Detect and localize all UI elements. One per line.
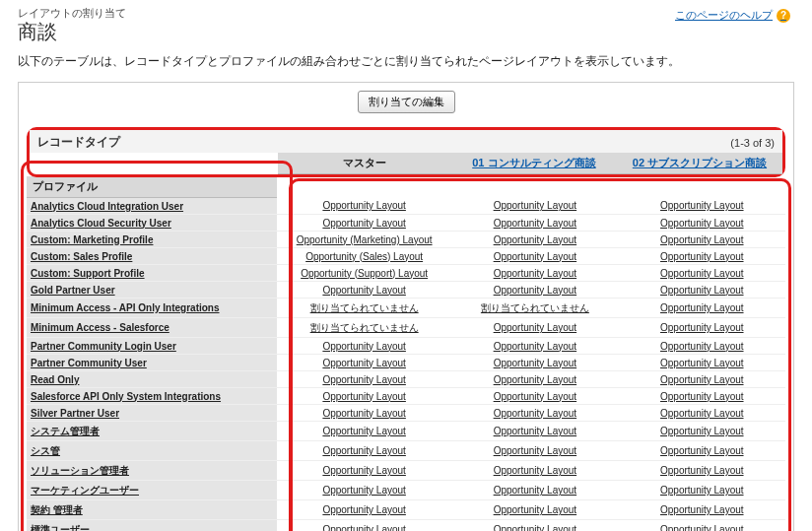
layout-cell[interactable]: Opportunity Layout: [451, 461, 618, 481]
layout-link[interactable]: Opportunity Layout: [322, 485, 406, 496]
profile-cell[interactable]: シス管: [27, 441, 277, 461]
layout-link[interactable]: Opportunity Layout: [660, 358, 744, 368]
col-master[interactable]: マスター: [278, 153, 451, 174]
layout-link[interactable]: Opportunity Layout: [322, 341, 406, 352]
layout-link[interactable]: Opportunity Layout: [322, 445, 406, 456]
layout-cell[interactable]: Opportunity (Sales) Layout: [277, 248, 451, 265]
layout-cell[interactable]: Opportunity (Marketing) Layout: [277, 232, 451, 248]
layout-cell[interactable]: Opportunity Layout: [451, 248, 618, 265]
layout-cell[interactable]: Opportunity Layout: [451, 215, 618, 232]
layout-cell[interactable]: Opportunity Layout: [619, 388, 785, 405]
profile-link[interactable]: Read Only: [31, 374, 79, 385]
profile-cell[interactable]: Partner Community Login User: [27, 338, 277, 355]
layout-cell[interactable]: Opportunity Layout: [451, 441, 618, 461]
layout-cell[interactable]: Opportunity Layout: [619, 282, 785, 299]
layout-link[interactable]: Opportunity Layout: [660, 485, 744, 496]
layout-link[interactable]: Opportunity Layout: [660, 285, 744, 296]
profile-cell[interactable]: Analytics Cloud Security User: [27, 215, 277, 232]
layout-cell[interactable]: Opportunity Layout: [451, 355, 618, 371]
profile-cell[interactable]: Minimum Access - Salesforce: [27, 318, 277, 338]
edit-assignment-button[interactable]: 割り当ての編集: [358, 91, 455, 113]
layout-link[interactable]: Opportunity Layout: [494, 426, 577, 436]
layout-cell[interactable]: Opportunity Layout: [619, 520, 785, 532]
profile-link[interactable]: Analytics Cloud Integration User: [31, 201, 183, 212]
layout-link[interactable]: Opportunity Layout: [494, 218, 577, 229]
layout-cell[interactable]: Opportunity Layout: [277, 481, 451, 500]
profile-cell[interactable]: Partner Community User: [27, 355, 277, 371]
col-rt2[interactable]: 02 サブスクリプション商談: [617, 153, 782, 174]
layout-link[interactable]: Opportunity Layout: [322, 504, 406, 515]
layout-link[interactable]: Opportunity Layout: [322, 465, 406, 476]
layout-link[interactable]: Opportunity Layout: [660, 234, 744, 245]
profile-link[interactable]: Gold Partner User: [31, 285, 115, 296]
layout-cell[interactable]: Opportunity Layout: [619, 500, 785, 520]
layout-link[interactable]: Opportunity Layout: [322, 391, 406, 402]
layout-cell[interactable]: Opportunity Layout: [451, 422, 618, 441]
layout-cell[interactable]: Opportunity Layout: [451, 198, 618, 215]
profile-cell[interactable]: 標準ユーザー: [27, 520, 277, 532]
profile-cell[interactable]: システム管理者: [27, 422, 277, 441]
layout-link[interactable]: Opportunity Layout: [660, 341, 744, 352]
layout-link[interactable]: Opportunity Layout: [322, 285, 406, 296]
layout-link[interactable]: Opportunity Layout: [494, 358, 577, 368]
profile-cell[interactable]: Custom: Sales Profile: [27, 248, 277, 265]
profile-link[interactable]: Minimum Access - Salesforce: [31, 322, 169, 333]
layout-cell[interactable]: Opportunity Layout: [277, 215, 451, 232]
layout-link[interactable]: Opportunity Layout: [494, 322, 577, 333]
layout-link[interactable]: Opportunity Layout: [660, 302, 744, 313]
layout-cell[interactable]: 割り当てられていません: [277, 299, 451, 318]
layout-link[interactable]: Opportunity (Support) Layout: [301, 268, 428, 279]
profile-link[interactable]: ソリューション管理者: [31, 465, 129, 476]
layout-cell[interactable]: Opportunity Layout: [277, 338, 451, 355]
profile-cell[interactable]: マーケティングユーザー: [27, 481, 277, 500]
layout-cell[interactable]: Opportunity Layout: [619, 371, 785, 388]
profile-cell[interactable]: Analytics Cloud Integration User: [27, 198, 277, 215]
profile-cell[interactable]: Minimum Access - API Only Integrations: [27, 299, 277, 318]
layout-link[interactable]: 割り当てられていません: [481, 302, 589, 313]
layout-cell[interactable]: Opportunity Layout: [277, 500, 451, 520]
layout-link[interactable]: Opportunity Layout: [494, 465, 577, 476]
layout-link[interactable]: Opportunity Layout: [322, 218, 406, 229]
layout-cell[interactable]: Opportunity Layout: [619, 265, 785, 282]
layout-cell[interactable]: Opportunity Layout: [277, 422, 451, 441]
layout-link[interactable]: Opportunity Layout: [494, 200, 577, 211]
layout-link[interactable]: Opportunity Layout: [322, 200, 406, 211]
layout-link[interactable]: Opportunity Layout: [660, 391, 744, 402]
profile-link[interactable]: Salesforce API Only System Integrations: [31, 391, 221, 402]
layout-link[interactable]: Opportunity Layout: [494, 485, 577, 496]
layout-cell[interactable]: Opportunity Layout: [451, 338, 618, 355]
layout-link[interactable]: Opportunity Layout: [660, 426, 744, 436]
profile-link[interactable]: システム管理者: [31, 426, 100, 436]
layout-cell[interactable]: Opportunity Layout: [451, 388, 618, 405]
layout-cell[interactable]: Opportunity Layout: [451, 265, 618, 282]
layout-cell[interactable]: Opportunity Layout: [451, 318, 618, 338]
profile-cell[interactable]: Silver Partner User: [27, 405, 277, 422]
layout-cell[interactable]: Opportunity Layout: [451, 520, 618, 532]
layout-cell[interactable]: Opportunity Layout: [619, 422, 785, 441]
profile-link[interactable]: Custom: Sales Profile: [31, 251, 132, 262]
layout-cell[interactable]: Opportunity Layout: [619, 461, 785, 481]
layout-link[interactable]: Opportunity Layout: [322, 524, 406, 531]
layout-cell[interactable]: Opportunity Layout: [277, 355, 451, 371]
layout-link[interactable]: Opportunity (Sales) Layout: [305, 251, 423, 262]
layout-cell[interactable]: Opportunity Layout: [619, 248, 785, 265]
layout-cell[interactable]: Opportunity Layout: [619, 355, 785, 371]
layout-link[interactable]: Opportunity Layout: [494, 341, 577, 352]
layout-link[interactable]: Opportunity Layout: [494, 524, 577, 531]
profile-link[interactable]: Custom: Support Profile: [31, 268, 145, 279]
layout-link[interactable]: Opportunity Layout: [322, 374, 406, 385]
layout-cell[interactable]: Opportunity Layout: [619, 481, 785, 500]
layout-cell[interactable]: 割り当てられていません: [451, 299, 618, 318]
layout-link[interactable]: 割り当てられていません: [310, 322, 419, 333]
layout-link[interactable]: Opportunity Layout: [494, 504, 577, 515]
layout-link[interactable]: Opportunity Layout: [660, 251, 744, 262]
layout-cell[interactable]: Opportunity Layout: [277, 520, 451, 532]
layout-link[interactable]: 割り当てられていません: [310, 302, 419, 313]
profile-link[interactable]: Custom: Marketing Profile: [31, 234, 153, 245]
profile-cell[interactable]: Gold Partner User: [27, 282, 277, 299]
layout-link[interactable]: Opportunity Layout: [494, 251, 577, 262]
layout-link[interactable]: Opportunity Layout: [494, 445, 577, 456]
layout-cell[interactable]: Opportunity Layout: [277, 198, 451, 215]
profile-link[interactable]: Partner Community Login User: [31, 341, 176, 352]
layout-link[interactable]: Opportunity Layout: [494, 391, 577, 402]
